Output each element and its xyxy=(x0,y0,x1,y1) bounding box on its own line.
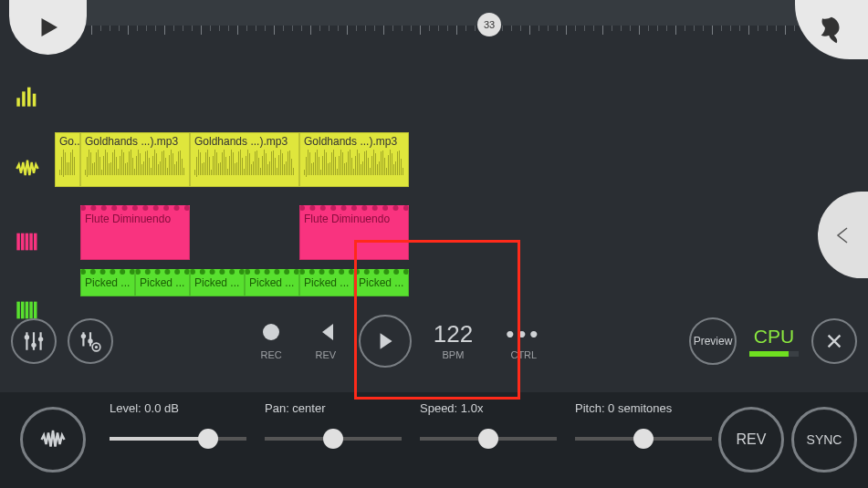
clip[interactable]: Picked ... xyxy=(190,269,245,296)
play-icon xyxy=(35,14,62,41)
track-head-3[interactable] xyxy=(0,205,55,278)
rewind-button[interactable]: REV xyxy=(315,322,337,360)
track-head-2[interactable] xyxy=(0,132,55,205)
pan-slider[interactable]: Pan: center xyxy=(265,401,402,441)
clip-label: Picked ... xyxy=(194,276,240,289)
ctrl-button[interactable]: ••• CTRL xyxy=(506,322,541,360)
clip-label: Picked ... xyxy=(304,276,350,289)
mixer-button[interactable] xyxy=(11,318,57,364)
track-head-1[interactable] xyxy=(0,59,55,132)
sliders-icon xyxy=(22,329,46,353)
bars-icon xyxy=(15,83,40,109)
pitch-slider[interactable]: Pitch: 0 semitones xyxy=(575,401,712,441)
svg-point-17 xyxy=(81,334,86,338)
properties-panel: Level: 0.0 dB Pan: center Speed: 1.0x Pi… xyxy=(0,392,868,488)
clip[interactable]: Goldhands ...).mp3 xyxy=(190,132,299,187)
svg-point-16 xyxy=(38,337,43,341)
clip-label: Flute Diminuendo xyxy=(85,213,185,225)
svg-rect-0 xyxy=(16,98,20,106)
clip-label: Picked ... xyxy=(249,276,295,289)
playhead-label: 33 xyxy=(484,19,495,30)
svg-point-18 xyxy=(88,338,92,343)
clip-label: Goldhands ...).mp3 xyxy=(304,135,404,148)
timeline-ruler[interactable]: 33 xyxy=(55,0,868,41)
clip[interactable]: Flute Diminuendo xyxy=(299,205,409,260)
clip-label: Picked ... xyxy=(359,276,404,289)
clip-label: Picked ... xyxy=(85,276,131,289)
sync-toggle[interactable]: SYNC xyxy=(791,407,857,472)
bpm-display[interactable]: 122 BPM xyxy=(434,322,473,360)
rev-toggle[interactable]: REV xyxy=(718,407,784,472)
playhead-marker[interactable]: 33 xyxy=(477,13,501,36)
transport-bar: REC REV 122 BPM ••• CTRL Preview CPU xyxy=(0,314,868,369)
play-icon xyxy=(373,329,397,353)
svg-point-21 xyxy=(263,324,279,340)
close-icon xyxy=(824,331,844,351)
clip[interactable]: Goldhands ...).mp3 xyxy=(80,132,190,187)
clip-preview-button[interactable] xyxy=(20,407,86,472)
clip[interactable]: Picked ... xyxy=(80,269,135,296)
svg-rect-3 xyxy=(33,94,37,107)
svg-rect-6 xyxy=(26,234,29,251)
clip[interactable]: Picked ... xyxy=(299,269,354,296)
svg-rect-1 xyxy=(22,91,26,106)
clip[interactable]: Go... xyxy=(55,132,80,187)
waveform-icon xyxy=(39,426,67,453)
flstudio-logo-icon xyxy=(816,15,847,46)
piano-icon xyxy=(15,229,40,254)
level-slider[interactable]: Level: 0.0 dB xyxy=(110,401,246,441)
clip[interactable]: Goldhands ...).mp3 xyxy=(299,132,409,187)
speed-slider[interactable]: Speed: 1.0x xyxy=(420,401,557,441)
svg-rect-8 xyxy=(34,234,37,251)
clip[interactable]: Flute Diminuendo xyxy=(80,205,190,260)
clip-label: Flute Diminuendo xyxy=(304,213,404,225)
svg-point-14 xyxy=(25,335,29,339)
svg-rect-7 xyxy=(29,234,33,251)
clip-label: Go... xyxy=(59,135,76,148)
svg-point-20 xyxy=(95,346,98,348)
preview-button[interactable]: Preview xyxy=(689,317,737,365)
svg-rect-5 xyxy=(21,234,25,251)
waveform-icon xyxy=(15,156,40,182)
sliders-gear-icon xyxy=(78,329,102,353)
clip-label: Goldhands ...).mp3 xyxy=(85,135,185,148)
close-button[interactable] xyxy=(811,318,857,364)
cpu-meter: CPU xyxy=(749,326,799,357)
more-icon: ••• xyxy=(506,322,541,346)
clip-label: Picked ... xyxy=(140,276,185,289)
record-icon xyxy=(261,322,281,342)
clip-label: Goldhands ...).mp3 xyxy=(194,135,295,148)
clip[interactable]: Picked ... xyxy=(135,269,190,296)
clip[interactable]: Picked ... xyxy=(245,269,299,296)
channel-settings-button[interactable] xyxy=(68,318,113,364)
svg-point-15 xyxy=(31,343,36,348)
svg-rect-4 xyxy=(16,234,20,251)
clip[interactable]: Picked ... xyxy=(354,269,409,296)
skip-back-icon xyxy=(315,322,337,342)
chevron-left-icon xyxy=(832,217,854,254)
record-button[interactable]: REC xyxy=(261,322,282,360)
play-button[interactable] xyxy=(359,315,412,368)
svg-rect-2 xyxy=(27,88,31,107)
